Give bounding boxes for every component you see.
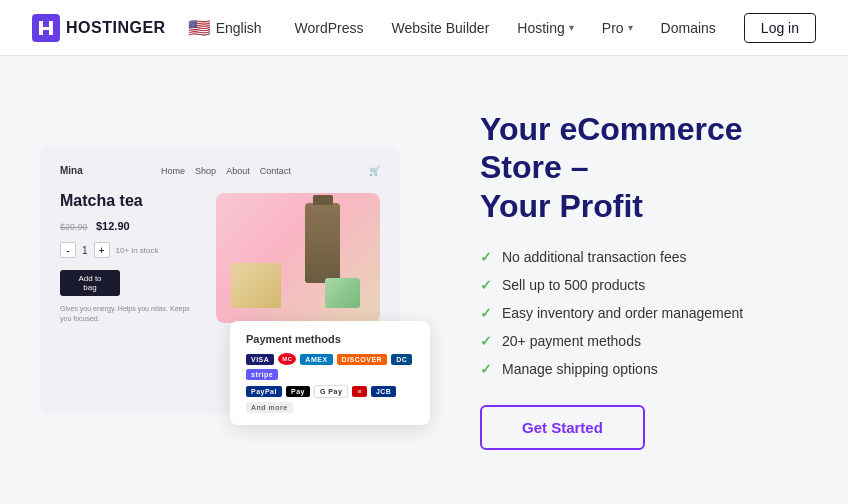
nav-pro[interactable]: Pro ▾ xyxy=(602,20,633,36)
logo[interactable]: HOSTINGER xyxy=(32,14,166,42)
flag-icon: 🇺🇸 xyxy=(188,17,210,39)
maestro-logo: ≡ xyxy=(352,386,367,397)
language-selector[interactable]: 🇺🇸 English xyxy=(188,17,262,39)
hero-title: Your eCommerce Store – Your Profit xyxy=(480,110,784,225)
mockup-product-info: Matcha tea $20.90 $12.90 - 1 + 10+ in st… xyxy=(60,192,200,324)
pro-chevron-icon: ▾ xyxy=(628,22,633,33)
mockup-price-old: $20.90 xyxy=(60,222,88,232)
feature-item-5: ✓ Manage shipping options xyxy=(480,361,784,377)
stock-label: 10+ in stock xyxy=(116,246,159,255)
product-box-icon xyxy=(231,263,281,308)
and-more-label: And more xyxy=(246,402,293,413)
mockup-body: Matcha tea $20.90 $12.90 - 1 + 10+ in st… xyxy=(60,192,380,324)
product-illustration xyxy=(216,193,380,323)
check-icon-3: ✓ xyxy=(480,305,492,321)
mockup-product-title: Matcha tea xyxy=(60,192,200,210)
login-button[interactable]: Log in xyxy=(744,13,816,43)
mockup-price-new: $12.90 xyxy=(96,220,130,232)
visa-logo: VISA xyxy=(246,354,274,365)
mockup-price-block: $20.90 $12.90 xyxy=(60,216,200,234)
diners-logo: DC xyxy=(391,354,412,365)
mockup-description: Gives you energy. Helps you relax. Keeps… xyxy=(60,304,200,324)
increase-qty-button[interactable]: + xyxy=(94,242,110,258)
main-nav: WordPress Website Builder Hosting ▾ Pro … xyxy=(295,13,816,43)
payment-logos: VISA MC AMEX DISCOVER DC stripe PayPal P… xyxy=(246,353,414,413)
nav-wordpress[interactable]: WordPress xyxy=(295,20,364,36)
hero-content: Your eCommerce Store – Your Profit ✓ No … xyxy=(480,110,784,450)
navbar: HOSTINGER 🇺🇸 English WordPress Website B… xyxy=(0,0,848,56)
payment-row-1: VISA MC AMEX DISCOVER DC stripe xyxy=(246,353,414,380)
navbar-left: HOSTINGER 🇺🇸 English xyxy=(32,14,262,42)
logo-text: HOSTINGER xyxy=(66,19,166,37)
payment-row-2: PayPal Pay G Pay ≡ JCB And more xyxy=(246,385,414,413)
jcb-logo: JCB xyxy=(371,386,397,397)
mockup-container: Mina Home Shop About Contact 🛒 Matcha te… xyxy=(40,145,420,415)
main-section: Mina Home Shop About Contact 🛒 Matcha te… xyxy=(0,56,848,504)
discover-logo: DISCOVER xyxy=(337,354,388,365)
get-started-button[interactable]: Get Started xyxy=(480,405,645,450)
hosting-chevron-icon: ▾ xyxy=(569,22,574,33)
check-icon-4: ✓ xyxy=(480,333,492,349)
check-icon-5: ✓ xyxy=(480,361,492,377)
payment-methods-card: Payment methods VISA MC AMEX DISCOVER DC… xyxy=(230,321,430,425)
stripe-logo: stripe xyxy=(246,369,278,380)
mockup-product-image xyxy=(216,192,380,324)
feature-item-4: ✓ 20+ payment methods xyxy=(480,333,784,349)
hostinger-logo-icon xyxy=(32,14,60,42)
mockup-nav-icons: 🛒 xyxy=(369,166,380,176)
apple-pay-logo: Pay xyxy=(286,386,310,397)
mockup-quantity-selector: - 1 + 10+ in stock xyxy=(60,242,200,258)
google-pay-logo: G Pay xyxy=(314,385,348,398)
product-small-box-icon xyxy=(325,278,360,308)
decrease-qty-button[interactable]: - xyxy=(60,242,76,258)
check-icon-2: ✓ xyxy=(480,277,492,293)
mastercard-logo: MC xyxy=(278,353,296,365)
paypal-logo: PayPal xyxy=(246,386,282,397)
feature-item-3: ✓ Easy inventory and order management xyxy=(480,305,784,321)
language-label: English xyxy=(216,20,262,36)
payment-card-title: Payment methods xyxy=(246,333,414,345)
nav-domains[interactable]: Domains xyxy=(661,20,716,36)
mockup-cart-icon: 🛒 xyxy=(369,166,380,176)
mockup-add-to-bag-button[interactable]: Add to bag xyxy=(60,270,120,296)
mockup-brand: Mina xyxy=(60,165,83,176)
mockup-nav-links: Home Shop About Contact xyxy=(161,166,291,176)
amex-logo: AMEX xyxy=(300,354,332,365)
feature-item-2: ✓ Sell up to 500 products xyxy=(480,277,784,293)
nav-website-builder[interactable]: Website Builder xyxy=(392,20,490,36)
feature-item-1: ✓ No additional transaction fees xyxy=(480,249,784,265)
check-icon-1: ✓ xyxy=(480,249,492,265)
feature-list: ✓ No additional transaction fees ✓ Sell … xyxy=(480,249,784,377)
nav-hosting[interactable]: Hosting ▾ xyxy=(517,20,573,36)
product-bottle-icon xyxy=(305,203,340,283)
mockup-navbar: Mina Home Shop About Contact 🛒 xyxy=(60,165,380,176)
quantity-value: 1 xyxy=(82,245,88,256)
